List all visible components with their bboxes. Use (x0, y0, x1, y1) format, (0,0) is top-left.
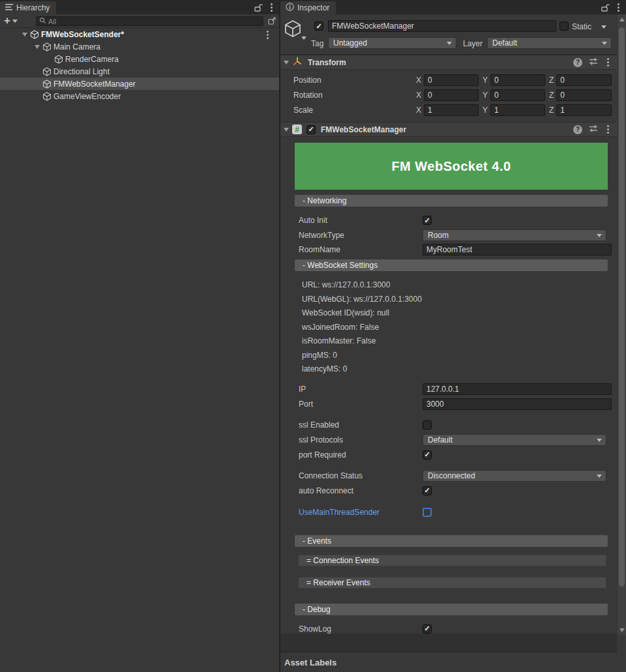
foldout-arrow[interactable] (280, 128, 292, 132)
gameobject-name-field[interactable] (328, 20, 556, 32)
scale-x-field[interactable] (424, 104, 479, 116)
search-icon (39, 17, 46, 26)
transform-body: Position X Y Z Rotation X Y Z (280, 70, 617, 122)
network-type-dropdown[interactable]: Room (423, 229, 606, 241)
plus-icon: + (4, 16, 10, 25)
info-pingms: pingMS: 0 (302, 349, 617, 363)
hierarchy-tabbar: Hierarchy (0, 0, 279, 14)
ssl-enabled-row: ssl Enabled (280, 419, 617, 431)
tag-label: Tag (311, 39, 323, 48)
create-object-button[interactable]: + (0, 16, 22, 25)
rotation-z-field[interactable] (556, 89, 612, 101)
auto-reconnect-row: auto Reconnect (280, 485, 617, 497)
layer-dropdown[interactable]: Default (487, 37, 612, 49)
kebab-menu-icon[interactable] (615, 2, 622, 13)
scrollbar-thumb[interactable] (619, 27, 625, 587)
position-label: Position (293, 76, 416, 85)
use-main-thread-sender-checkbox[interactable] (423, 508, 432, 517)
port-field[interactable] (423, 398, 612, 410)
rotation-y-field[interactable] (490, 89, 545, 101)
section-debug[interactable]: - Debug (295, 604, 608, 615)
help-icon[interactable]: ? (573, 125, 582, 134)
gameobject-cube-icon (42, 67, 52, 76)
tab-inspector[interactable]: Inspector (280, 1, 336, 14)
item-label: FMWebSocketManager (53, 80, 136, 89)
position-z-field[interactable] (556, 74, 612, 86)
position-x-field[interactable] (424, 74, 479, 86)
port-required-checkbox[interactable] (423, 450, 432, 460)
gameobject-cube-icon (42, 42, 52, 51)
hierarchy-search[interactable] (36, 16, 263, 26)
scene-picking-icon[interactable] (267, 16, 276, 27)
hierarchy-panel: Hierarchy + (0, 0, 279, 672)
hierarchy-item-main-camera[interactable]: Main Camera (0, 40, 279, 53)
ip-field[interactable] (423, 383, 612, 395)
lock-icon[interactable] (254, 3, 263, 12)
scroll-down-icon[interactable] (619, 628, 625, 632)
show-log-checkbox[interactable] (423, 624, 432, 634)
presets-icon[interactable] (589, 124, 598, 135)
fmwebsocketmanager-header[interactable]: # FMWebSocketManager ? (280, 122, 617, 137)
gameobject-cube-icon (42, 80, 52, 89)
inspector-tabbar: Inspector (280, 0, 626, 14)
hierarchy-item-rendercamera[interactable]: RenderCamera (0, 53, 279, 65)
transform-header[interactable]: Transform ? (280, 55, 617, 70)
scale-z-field[interactable] (556, 104, 612, 116)
kebab-menu-icon[interactable] (604, 124, 612, 135)
gameobject-cube-icon[interactable] (284, 20, 302, 40)
lock-icon[interactable] (601, 3, 610, 12)
hierarchy-item-fmwebsocketmanager[interactable]: FMWebSocketManager (0, 78, 279, 90)
rotation-row: Rotation X Y Z (280, 89, 617, 101)
position-y-field[interactable] (490, 74, 545, 86)
section-receiver-events[interactable]: = Receiver Events (298, 577, 606, 589)
rotation-x-field[interactable] (424, 89, 479, 101)
ssl-protocols-row: ssl Protocols Default (280, 434, 617, 446)
hierarchy-item-directional-light[interactable]: Directional Light (0, 65, 279, 78)
tab-hierarchy[interactable]: Hierarchy (0, 1, 56, 14)
chevron-down-icon (301, 37, 306, 40)
hamburger-icon (5, 3, 13, 12)
section-connection-events[interactable]: = Connection Events (298, 555, 606, 566)
static-dropdown-caret[interactable] (601, 25, 606, 29)
section-events[interactable]: - Events (295, 535, 608, 547)
static-checkbox[interactable] (559, 22, 569, 31)
help-icon[interactable]: ? (573, 58, 582, 67)
inspector-panel: Inspector Static Tag (280, 0, 626, 672)
use-main-thread-sender-row: UseMainThreadSender (280, 506, 617, 518)
tag-dropdown[interactable]: Untagged (328, 37, 456, 49)
kebab-menu-icon[interactable] (604, 57, 612, 68)
connection-status-dropdown[interactable]: Disconnected (423, 470, 606, 482)
search-input[interactable] (48, 18, 260, 25)
hierarchy-toolbar: + (0, 14, 279, 28)
active-checkbox[interactable] (314, 22, 323, 31)
auto-reconnect-checkbox[interactable] (423, 486, 432, 495)
transform-icon (292, 56, 303, 68)
ssl-enabled-checkbox[interactable] (423, 420, 432, 430)
section-websocket-settings[interactable]: - WebSocket Settings (295, 259, 608, 271)
auto-init-checkbox[interactable] (423, 216, 432, 225)
hierarchy-item-scene[interactable]: FMWebSocketSender* (0, 28, 279, 40)
hierarchy-item-gameviewencoder[interactable]: GameViewEncoder (0, 90, 279, 102)
asset-labels-bar[interactable]: Asset Labels (280, 652, 617, 672)
item-label: Main Camera (53, 42, 100, 51)
position-row: Position X Y Z (280, 74, 617, 86)
foldout-arrow[interactable] (22, 33, 28, 37)
room-name-row: RoomName (280, 244, 617, 256)
item-label: Directional Light (53, 67, 110, 76)
unity-editor: Hierarchy + (0, 0, 626, 672)
foldout-arrow[interactable] (34, 45, 40, 49)
hierarchy-tree: FMWebSocketSender* Main Camera RenderCam… (0, 28, 279, 102)
scale-y-field[interactable] (490, 104, 545, 116)
component-enabled-checkbox[interactable] (306, 125, 316, 134)
ssl-protocols-dropdown[interactable]: Default (423, 434, 606, 446)
scene-name: FMWebSocketSender* (41, 30, 124, 39)
section-networking[interactable]: - Networking (295, 195, 608, 207)
scene-kebab-icon[interactable] (264, 29, 271, 40)
room-name-field[interactable] (423, 244, 612, 256)
kebab-menu-icon[interactable] (268, 2, 275, 13)
scroll-up-icon[interactable] (619, 18, 625, 22)
presets-icon[interactable] (589, 57, 598, 68)
chevron-down-icon (12, 20, 18, 23)
foldout-arrow[interactable] (280, 61, 292, 65)
inspector-scrollbar[interactable] (617, 14, 626, 635)
